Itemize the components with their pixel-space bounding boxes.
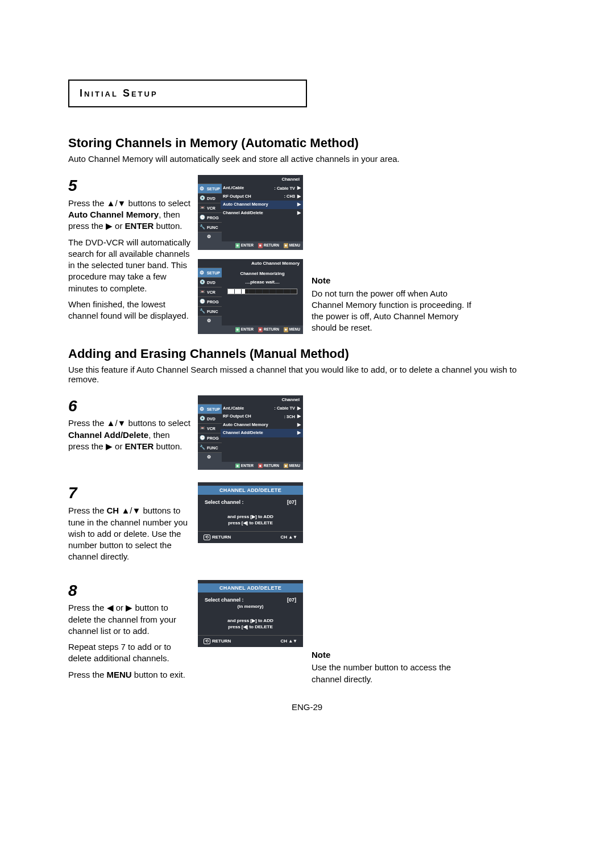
left-icon: ◀ [107,603,114,612]
osd-footer: ■ENTER ■RETURN ■MENU [198,326,303,333]
step5-number: 5 [68,175,192,197]
return-icon: ⟲ [204,535,210,540]
page-number: ENG-29 [68,702,546,712]
osd-tabs: SETUP DVD VCR PROG FUNC [198,183,222,241]
step8-p2: Repeat steps 7 to add or to delete addit… [68,641,192,665]
chevron-right-icon: ▶ [297,430,301,436]
up-down-icon: ▲/▼ [121,506,140,515]
header-title: Initial Setup [80,87,158,99]
instr-add: and press [▶] to ADD [205,514,296,519]
chevron-right-icon: ▶ [297,210,301,216]
step5-p2: The DVD-VCR will automatically search fo… [68,237,192,294]
return-icon: ⟲ [204,639,210,644]
section2-heading: Adding and Erasing Channels (Manual Meth… [68,347,546,361]
note2: Note Use the number button to access the… [312,649,479,685]
osd-channel-menu-2: Channel SETUP DVD VCR PROG FUNC Ant./Cab… [198,395,303,470]
step6-p1: Press the ▲/▼ buttons to select Channel … [68,418,192,452]
step8-text: 8 Press the ◀ or ▶ button to delete the … [68,580,192,685]
gear-icon [200,406,205,412]
settings-icon [207,454,213,460]
settings-icon [207,234,213,240]
step7-number: 7 [68,482,192,504]
step8-p1: Press the ◀ or ▶ button to delete the ch… [68,602,192,637]
osd-auto-channel-memory: Auto Channel Memory SETUP DVD VCR PROG F… [198,259,303,334]
osd-channel-add-delete-2: CHANNEL ADD/DELETE Select channel :[07] … [198,580,303,647]
play-icon: ▶ [106,221,113,231]
step8-p3: Press the MENU button to exit. [68,669,192,681]
disc-icon [200,279,205,285]
note-text: Do not turn the power off when Auto Chan… [312,288,479,334]
step5-screens: Channel SETUP DVD VCR PROG FUNC Ant./Cab… [198,175,306,334]
in-memory-label: (in memory) [205,604,296,609]
step7-row: 7 Press the CH ▲/▼ buttons to tune in th… [68,482,546,567]
gear-icon [200,186,205,191]
play-icon: ▶ [106,441,113,451]
osd-heading: CHANNEL ADD/DELETE [198,583,303,592]
note1: Note Do not turn the power off when Auto… [312,275,479,333]
instr-add: and press [▶] to ADD [205,618,296,623]
chevron-right-icon: ▶ [297,202,301,207]
tape-icon [200,425,205,431]
step6-number: 6 [68,395,192,417]
up-down-icon: ▲/▼ [107,418,126,428]
osd-channel-add-delete: CHANNEL ADD/DELETE Select channel :[07] … [198,482,303,543]
step5-p1: Press the ▲/▼ buttons to select Auto Cha… [68,198,192,232]
osd-footer: ■ENTER ■RETURN ■MENU [198,241,303,249]
step7-text: 7 Press the CH ▲/▼ buttons to tune in th… [68,482,192,567]
progress-area: Channel Memorizing ....please wait.... [222,268,303,326]
note-label: Note [312,275,479,286]
instr-delete: press [◀] to DELETE [205,520,296,525]
osd-title: Channel [198,175,303,183]
step5-text: 5 Press the ▲/▼ buttons to select Auto C… [68,175,192,334]
progress-bar [227,289,297,294]
header-box: Initial Setup [68,80,307,107]
section1-intro: Auto Channel Memory will automatically s… [68,154,546,164]
osd-title: Auto Channel Memory [198,259,303,268]
section1-heading: Storing Channels in Memory (Automatic Me… [68,136,546,151]
step6-text: 6 Press the ▲/▼ buttons to select Channe… [68,395,192,470]
func-icon [200,445,205,450]
disc-icon [200,195,205,201]
note-label: Note [312,649,479,661]
clock-icon [200,435,205,441]
step8-row: 8 Press the ◀ or ▶ button to delete the … [68,580,546,685]
note-text: Use the number button to access the chan… [312,662,479,685]
chevron-right-icon: ▶ [297,185,301,191]
disc-icon [200,416,205,422]
chevron-right-icon: ▶ [297,422,301,428]
up-down-icon: ▲/▼ [107,198,126,208]
chevron-right-icon: ▶ [297,414,301,419]
osd-list: Ant./Cable: Cable TV▶ RF Output CH: CH3▶… [222,183,303,241]
clock-icon [200,215,205,220]
settings-icon [207,318,213,324]
clock-icon [200,299,205,304]
right-icon: ▶ [126,603,132,612]
osd-channel-menu: Channel SETUP DVD VCR PROG FUNC Ant./Cab… [198,175,303,250]
gear-icon [200,270,205,276]
instr-delete: press [◀] to DELETE [205,624,296,629]
chevron-right-icon: ▶ [297,406,301,411]
step5-p3: When finished, the lowest channel found … [68,299,192,322]
ch-updown: CH ▲▼ [280,639,297,644]
step7-p1: Press the CH ▲/▼ buttons to tune in the … [68,505,192,562]
osd-title: Channel [198,395,303,404]
chevron-right-icon: ▶ [297,194,301,199]
ch-updown: CH ▲▼ [280,535,297,540]
func-icon [200,224,205,230]
manual-page: Initial Setup Storing Channels in Memory… [0,0,614,735]
tape-icon [200,205,205,211]
section2-intro: Use this feature if Auto Channel Search … [68,365,546,384]
step8-number: 8 [68,580,192,602]
step6-row: 6 Press the ▲/▼ buttons to select Channe… [68,395,546,470]
step5-row: 5 Press the ▲/▼ buttons to select Auto C… [68,175,546,334]
func-icon [200,308,205,314]
tape-icon [200,289,205,295]
osd-heading: CHANNEL ADD/DELETE [198,486,303,495]
